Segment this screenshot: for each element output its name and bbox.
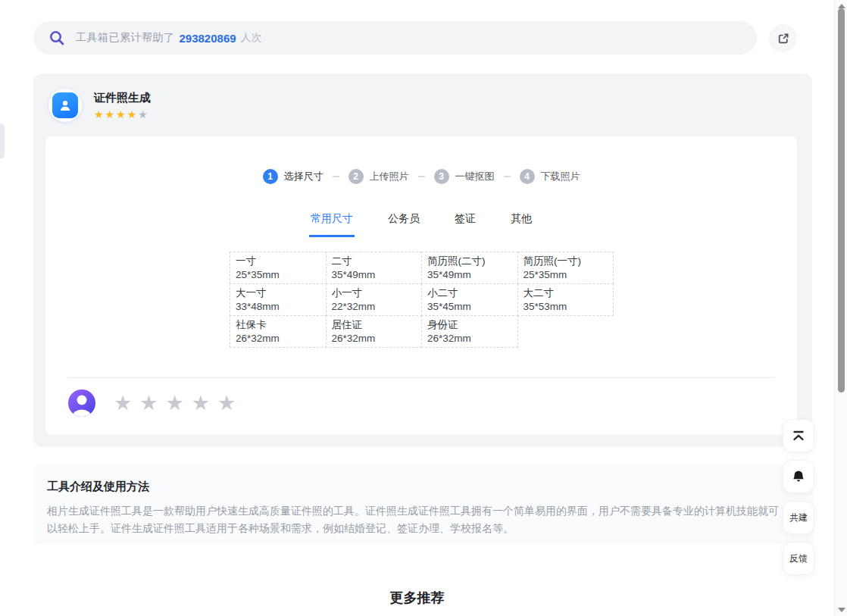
star-filled-icon: ★ (116, 108, 127, 120)
tool-rating-stars: ★★★★★ (94, 109, 151, 120)
vertical-scrollbar (834, 0, 847, 616)
feedback-rating-stars[interactable]: ★★★★★ (114, 393, 243, 414)
size-option[interactable]: 大一寸33*48mm (230, 283, 327, 316)
scrollbar-thumb[interactable] (838, 8, 845, 392)
step-number: 2 (348, 169, 364, 184)
size-category-tabs: 常用尺寸 公务员 签证 其他 (45, 208, 797, 237)
step-number: 4 (520, 169, 535, 184)
search-input[interactable]: 工具箱已累计帮助了 293820869 人次 (33, 21, 757, 55)
tool-header: 证件照生成 ★★★★★ (48, 89, 151, 122)
size-grid: 一寸25*35mm 二寸35*49mm 简历照(二寸)35*49mm 简历照(一… (230, 252, 613, 347)
step-label: 上传照片 (370, 170, 409, 183)
step-download: 4 下载照片 (520, 169, 580, 184)
size-option[interactable]: 小一寸22*32mm (326, 283, 423, 316)
size-option[interactable]: 小二寸35*45mm (421, 283, 518, 316)
tool-panel: 1 选择尺寸 2 上传照片 3 一键抠图 4 下载照片 (45, 136, 797, 435)
size-option[interactable]: 简历照(一寸)25*35mm (517, 252, 614, 284)
share-icon (777, 32, 790, 45)
back-to-top-button[interactable] (783, 419, 814, 452)
tool-icon-halo (48, 89, 82, 122)
size-option[interactable]: 一寸25*35mm (230, 252, 327, 284)
star-empty-icon[interactable]: ★ (165, 392, 191, 414)
id-photo-tool-icon (52, 92, 78, 118)
intro-title: 工具介绍及使用方法 (47, 480, 800, 494)
tab-civil-servant[interactable]: 公务员 (386, 208, 421, 237)
notification-button[interactable] (783, 460, 814, 493)
size-option[interactable]: 简历照(二寸)35*49mm (421, 252, 518, 284)
tab-visa[interactable]: 签证 (453, 208, 477, 237)
left-drawer-handle[interactable] (0, 124, 5, 158)
step-cutout: 3 一键抠图 (434, 169, 495, 184)
intro-body: 相片生成证件照工具是一款帮助用户快速生成高质量证件照的工具。证件照生成证件照工具… (47, 502, 780, 536)
star-empty-icon[interactable]: ★ (192, 392, 217, 414)
step-label: 下载照片 (541, 170, 580, 183)
star-empty-icon[interactable]: ★ (139, 392, 165, 414)
size-option[interactable]: 大二寸35*53mm (517, 283, 614, 316)
size-option[interactable]: 居住证26*32mm (326, 315, 423, 348)
step-upload-photo: 2 上传照片 (348, 169, 409, 184)
more-recommendations-title: 更多推荐 (0, 589, 834, 607)
feedback-button[interactable]: 反馈 (783, 542, 814, 575)
search-placeholder-suffix: 人次 (241, 31, 262, 45)
search-placeholder-prefix: 工具箱已累计帮助了 (76, 31, 175, 45)
size-option[interactable]: 身份证26*32mm (421, 315, 518, 348)
size-option[interactable]: 社保卡26*32mm (230, 315, 327, 348)
tab-common-sizes[interactable]: 常用尺寸 (309, 208, 355, 237)
user-avatar (68, 389, 95, 417)
step-separator (333, 176, 339, 177)
step-separator (504, 176, 511, 177)
star-empty-icon: ★ (138, 108, 149, 120)
step-number: 1 (263, 169, 278, 184)
user-rating-row: ★★★★★ (68, 389, 243, 417)
scroll-down-arrow[interactable] (838, 608, 845, 612)
step-label: 一键抠图 (455, 170, 495, 183)
star-filled-icon: ★ (94, 108, 105, 120)
search-icon (48, 30, 65, 46)
helped-count: 293820869 (180, 32, 236, 45)
divider (68, 377, 774, 378)
share-button[interactable] (769, 24, 797, 52)
tool-title: 证件照生成 (94, 91, 151, 105)
star-filled-icon: ★ (105, 108, 117, 120)
tool-intro-section: 工具介绍及使用方法 相片生成证件照工具是一款帮助用户快速生成高质量证件照的工具。… (33, 464, 814, 544)
star-filled-icon: ★ (127, 108, 139, 120)
step-separator (418, 176, 425, 177)
step-indicator: 1 选择尺寸 2 上传照片 3 一键抠图 4 下载照片 (45, 136, 797, 184)
bell-icon (792, 470, 805, 483)
page: 工具箱已累计帮助了 293820869 人次 证件照生成 ★★★★★ (0, 0, 847, 616)
step-label: 选择尺寸 (284, 170, 323, 183)
size-option[interactable]: 二寸35*49mm (326, 252, 423, 284)
step-select-size: 1 选择尺寸 (263, 169, 323, 184)
tool-card: 证件照生成 ★★★★★ 1 选择尺寸 2 上传照片 3 一键抠图 (33, 73, 812, 447)
co-build-button[interactable]: 共建 (783, 501, 814, 534)
tab-other[interactable]: 其他 (509, 208, 533, 237)
star-empty-icon[interactable]: ★ (217, 392, 243, 414)
step-number: 3 (434, 169, 449, 184)
back-to-top-icon (792, 430, 805, 442)
star-empty-icon[interactable]: ★ (114, 392, 139, 414)
